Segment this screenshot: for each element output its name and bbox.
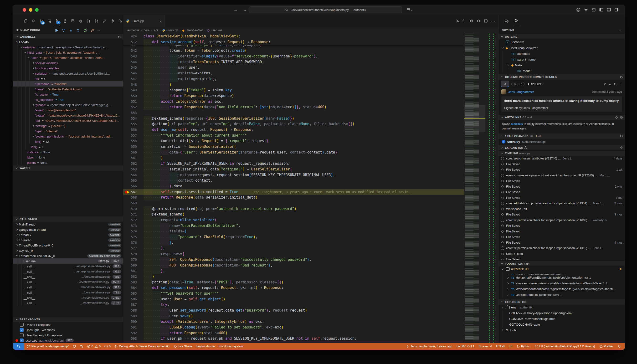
status-bar-item[interactable]: lifecycle/fix-debugger-setup* — [27, 345, 69, 348]
status-bar-item[interactable]: 0 — [104, 345, 110, 348]
line-number[interactable]: 548 — [123, 82, 137, 88]
variable-row[interactable]: 'name'= 'authentik Default Admin' — [13, 86, 123, 92]
step-over-icon[interactable] — [62, 28, 66, 32]
watch-section-header[interactable]: WATCH — [13, 165, 123, 171]
stack-frame[interactable]: __call__.../core/middleware.py71:1 — [13, 290, 123, 295]
blocks-icon[interactable] — [118, 17, 123, 25]
gitlens-icon[interactable] — [102, 17, 107, 25]
line-number[interactable]: 558 — [123, 138, 137, 144]
code-line[interactable]: 573name="UserPasswordSetSerializer", — [123, 223, 464, 229]
timeline-item[interactable]: File Saved — [498, 257, 625, 260]
code-line[interactable]: 560data={"user": UserSelfSerializer(inst… — [123, 150, 464, 156]
debug-action-icon[interactable] — [462, 19, 466, 23]
outline-item[interactable]: [@]parent_name — [498, 56, 625, 62]
thread-row[interactable]: ThreadPoolExecutor-0_0PAUSED — [13, 243, 123, 248]
variable-row[interactable]: len()= 1 — [13, 144, 123, 150]
status-bar-item[interactable]: UTF-8 — [496, 345, 504, 348]
code-line[interactable]: 578responses={ — [123, 251, 464, 257]
timeline-item[interactable]: File Saved1 wk — [498, 167, 625, 173]
code-line[interactable]: 588user.set_password(request.data.get("p… — [123, 308, 464, 314]
customize-layout-icon[interactable] — [592, 8, 596, 12]
line-number[interactable]: 561 — [123, 155, 137, 161]
pin-icon[interactable] — [603, 82, 606, 86]
call-stack-section-header[interactable]: CALL STACK — [13, 216, 123, 222]
tools-row[interactable]: ⚒tools — [498, 328, 625, 333]
code-line[interactable]: 424class UserViewSet(UsedByMixin, ModelV… — [123, 34, 464, 39]
open-changes-icon[interactable] — [620, 134, 623, 138]
status-bar-item[interactable]: Python — [516, 345, 530, 348]
code-line[interactable]: 582) — [123, 274, 464, 280]
code-line[interactable]: 571@extend_schema( — [123, 212, 464, 218]
line-number[interactable]: 559 — [123, 144, 137, 150]
code-line[interactable]: 566).data — [123, 184, 464, 189]
outline-view-icon[interactable] — [513, 17, 519, 25]
github-pr-icon[interactable] — [86, 17, 91, 25]
variable-row[interactable]: label= None — [13, 155, 123, 160]
github-icon[interactable] — [78, 17, 84, 25]
code-line[interactable]: 562if SESSION_KEY_IMPERSONATE_USER in re… — [123, 161, 464, 166]
variable-row[interactable]: len()= 12 — [13, 139, 123, 144]
copy-icon[interactable] — [118, 35, 121, 38]
todos-section-header[interactable]: TODOS: FLAT (39) — [498, 261, 625, 266]
line-number[interactable]: 574 — [123, 228, 137, 234]
code-line[interactable]: 541response["group_pk"] = str(object=gro… — [123, 45, 464, 48]
thread-row[interactable]: Thread-7PAUSED — [13, 232, 123, 238]
breadcrumb-item[interactable]: ◈UserViewSet — [182, 28, 203, 32]
code-line[interactable]: 561) — [123, 155, 464, 161]
comments-view-icon[interactable] — [504, 17, 510, 25]
breakpoints-section-header[interactable]: BREAKPOINTS — [13, 316, 123, 322]
status-bar-item[interactable]: 3.12.8 ('authentik-xEAhpGPh-py3.12': Poe… — [535, 345, 595, 348]
status-bar-item[interactable]: 00 — [87, 345, 100, 348]
timeline-item[interactable]: File Saved — [498, 223, 625, 229]
thread-row[interactable]: ThreadPoolExecutor-37_0PAUSED ON BREAKPO… — [13, 253, 123, 258]
timeline-item[interactable]: File Saved — [498, 178, 625, 184]
line-number[interactable]: 550 — [123, 93, 137, 99]
gitlens-section-header[interactable]: GITLENS: INSPECT: COMMIT DETAILS — [498, 74, 625, 80]
code-line[interactable]: 559serializer = SessionUserSerializer( — [123, 144, 464, 150]
stack-frame[interactable]: __call__.../root/middleware.py318:1 — [13, 300, 123, 306]
todo-file-row[interactable]: TSHorizontalFormElement.ts(web/src/eleme… — [498, 275, 625, 280]
line-number[interactable]: 565 — [123, 178, 137, 184]
status-bar-item[interactable]: monitoring-system — [218, 345, 243, 348]
code-line[interactable]: 576}, — [123, 240, 464, 246]
line-number[interactable]: 566 — [123, 184, 137, 189]
timeline-item[interactable]: File Saved — [498, 190, 625, 195]
thread-row[interactable]: MainThreadPAUSED — [13, 222, 123, 227]
breakpoint-checkbox[interactable]: ✓ — [20, 328, 24, 332]
outline-item[interactable]: [@]model — [498, 68, 625, 73]
line-number[interactable]: 543 — [123, 54, 137, 59]
code-line[interactable]: 593if user.pk == request.user.pk and SES… — [123, 336, 464, 342]
code-line[interactable]: 556def user_me(self, request: Request) →… — [123, 127, 464, 133]
variable-row[interactable]: special variables — [13, 60, 123, 66]
code-line[interactable]: 563serializer.initial_data["original"] =… — [123, 166, 464, 172]
line-number[interactable]: 541 — [123, 45, 137, 48]
variable-row[interactable]: 'groups'= <generator object UserSelfSeri… — [13, 102, 123, 108]
breakpoint-row[interactable]: User Uncaught Exceptions — [13, 332, 123, 338]
line-number[interactable]: 579 — [123, 257, 137, 263]
outline-item[interactable]: ≡LOGGER — [498, 39, 625, 45]
code-line[interactable]: 542token: Token = Token.objects.create( — [123, 48, 464, 54]
variable-row[interactable]: 'username'= 'akadmin' — [13, 81, 123, 86]
variable-row[interactable]: Locals — [13, 39, 123, 44]
code-line[interactable]: 575"password": CharField(required=True), — [123, 234, 464, 240]
code-line[interactable]: 554@extend_schema(responses={200: Sessio… — [123, 116, 464, 122]
variable-row[interactable]: instance= None — [13, 150, 123, 155]
code-editor[interactable]: 424class UserViewSet(UsedByMixin, ModelV… — [123, 34, 464, 343]
line-number[interactable]: 572 — [123, 218, 137, 223]
code-line[interactable]: 553 — [123, 110, 464, 116]
line-number[interactable]: 545 — [123, 65, 137, 70]
timeline-item[interactable]: File Saved — [498, 234, 625, 240]
code-line[interactable]: 544intent=TokenIntents.INTENT_APP_PASSWO… — [123, 59, 464, 65]
timeline-item[interactable]: File Saved4 mos — [498, 240, 625, 246]
variable-row[interactable]: 'pk'= 6 — [13, 76, 123, 81]
code-line[interactable]: 568return Response(data=serializer.initi… — [123, 195, 464, 200]
step-out-icon[interactable] — [76, 28, 80, 32]
line-number[interactable]: 556 — [123, 127, 137, 133]
continue-icon[interactable] — [54, 28, 59, 32]
timeline-item[interactable]: core: search users' attributes (#12740) … — [498, 156, 625, 162]
disconnect-icon[interactable] — [90, 28, 94, 32]
toggle-secondary-sidebar-icon[interactable] — [614, 8, 619, 12]
variable-row[interactable]: 'type'= 'internal' — [13, 128, 123, 134]
line-number[interactable]: 544 — [123, 59, 137, 65]
zoom-window-button[interactable] — [35, 8, 38, 12]
